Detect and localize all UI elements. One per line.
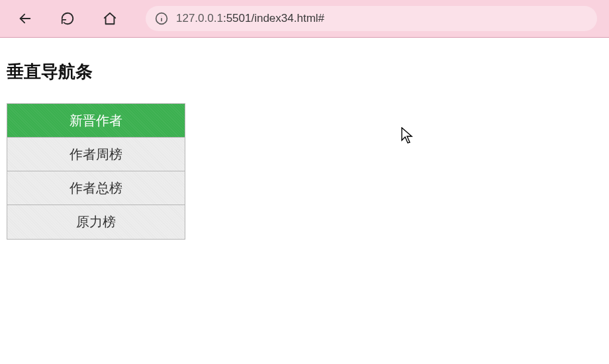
page-title: 垂直导航条	[7, 60, 602, 83]
home-icon	[103, 11, 117, 26]
info-icon	[155, 12, 168, 25]
nav-item-new-author[interactable]: 新晋作者	[7, 104, 185, 138]
nav-item-weekly-rank[interactable]: 作者周榜	[7, 138, 185, 171]
nav-item-force-rank[interactable]: 原力榜	[7, 205, 185, 239]
vertical-nav: 新晋作者 作者周榜 作者总榜 原力榜	[7, 103, 185, 240]
back-button[interactable]	[12, 5, 38, 32]
reload-icon	[60, 11, 75, 26]
arrow-left-icon	[18, 11, 32, 26]
url-host: 127.0.0.1	[176, 12, 223, 24]
page-content: 垂直导航条 新晋作者 作者周榜 作者总榜 原力榜	[0, 38, 609, 262]
nav-item-total-rank[interactable]: 作者总榜	[7, 171, 185, 205]
address-bar[interactable]: 127.0.0.1:5501/index34.html#	[146, 6, 597, 31]
reload-button[interactable]	[54, 5, 81, 32]
url-text: 127.0.0.1:5501/index34.html#	[176, 12, 324, 25]
url-port: :5501	[223, 12, 252, 24]
svg-point-3	[162, 16, 162, 17]
browser-toolbar: 127.0.0.1:5501/index34.html#	[0, 0, 609, 38]
url-path: /index34.html#	[251, 12, 324, 24]
home-button[interactable]	[97, 5, 123, 32]
